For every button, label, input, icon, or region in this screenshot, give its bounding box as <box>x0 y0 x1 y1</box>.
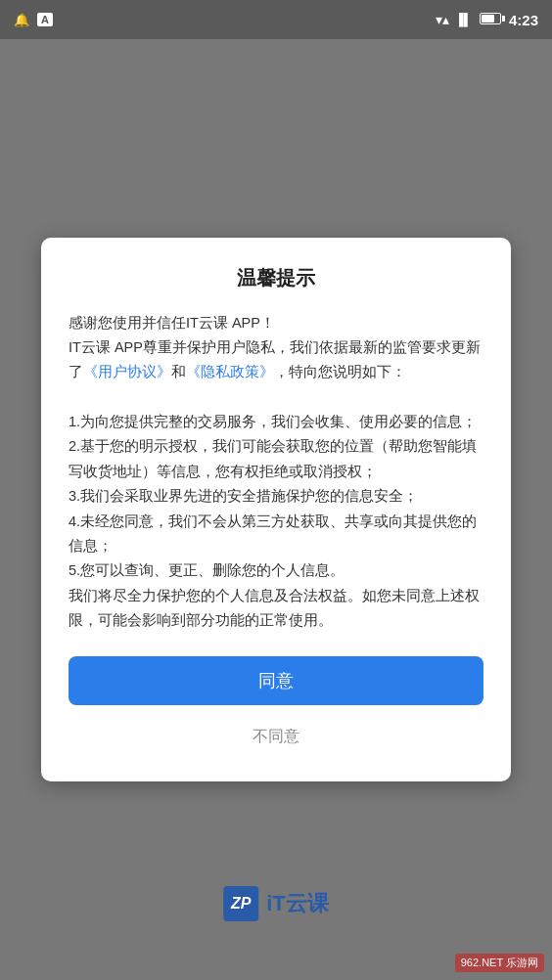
dialog-intro2: IT云课 APP尊重并保护用户隐私，我们依据最新的监管要求更新了《用户协议》和《… <box>69 335 483 385</box>
agree-button[interactable]: 同意 <box>69 656 483 705</box>
user-agreement-link[interactable]: 《用户协议》 <box>83 364 171 379</box>
dialog-body: 感谢您使用并信任IT云课 APP！ IT云课 APP尊重并保护用户隐私，我们依据… <box>69 311 483 634</box>
status-bar-right: ▾▴ ▐▌ 4:23 <box>436 12 538 28</box>
dialog-item1: 1.为向您提供完整的交易服务，我们会收集、使用必要的信息； <box>69 410 483 434</box>
signal-icon: ▐▌ <box>455 13 472 26</box>
dialog-item4: 4.未经您同意，我们不会从第三方处获取、共享或向其提供您的信息； <box>69 510 483 559</box>
wifi-icon: ▾▴ <box>436 12 449 27</box>
dialog-title: 温馨提示 <box>69 265 483 291</box>
privacy-policy-link[interactable]: 《隐私政策》 <box>186 364 274 379</box>
dialog-item3: 3.我们会采取业界先进的安全措施保护您的信息安全； <box>69 484 483 509</box>
notification-icon: 🔔 <box>14 13 29 27</box>
app-name: iT云课 <box>266 889 329 918</box>
dialog-item5: 5.您可以查询、更正、删除您的个人信息。 <box>69 558 483 583</box>
dialog-footer: 我们将尽全力保护您的个人信息及合法权益。如您未同意上述权限，可能会影响到部分功能… <box>69 584 483 634</box>
logo-icon: ZP <box>223 886 258 921</box>
dialog-item2: 2.基于您的明示授权，我们可能会获取您的位置（帮助您智能填写收货地址）等信息，您… <box>69 434 483 484</box>
status-bar-left: 🔔 A <box>14 13 53 27</box>
dialog-intro1: 感谢您使用并信任IT云课 APP！ <box>69 311 483 335</box>
battery-icon <box>480 13 501 24</box>
time-display: 4:23 <box>509 12 538 28</box>
bottom-logo: ZP iT云课 <box>223 886 329 921</box>
status-bar: 🔔 A ▾▴ ▐▌ 4:23 <box>0 0 552 39</box>
privacy-dialog: 温馨提示 感谢您使用并信任IT云课 APP！ IT云课 APP尊重并保护用户隐私… <box>41 238 511 782</box>
app-background: 温馨提示 感谢您使用并信任IT云课 APP！ IT云课 APP尊重并保护用户隐私… <box>0 39 552 980</box>
battery-container <box>478 13 501 27</box>
disagree-button[interactable]: 不同意 <box>69 715 483 758</box>
dialog-overlay: 温馨提示 感谢您使用并信任IT云课 APP！ IT云课 APP尊重并保护用户隐私… <box>0 39 552 980</box>
watermark: 962.NET 乐游网 <box>455 954 544 972</box>
app-icon: A <box>37 13 53 26</box>
